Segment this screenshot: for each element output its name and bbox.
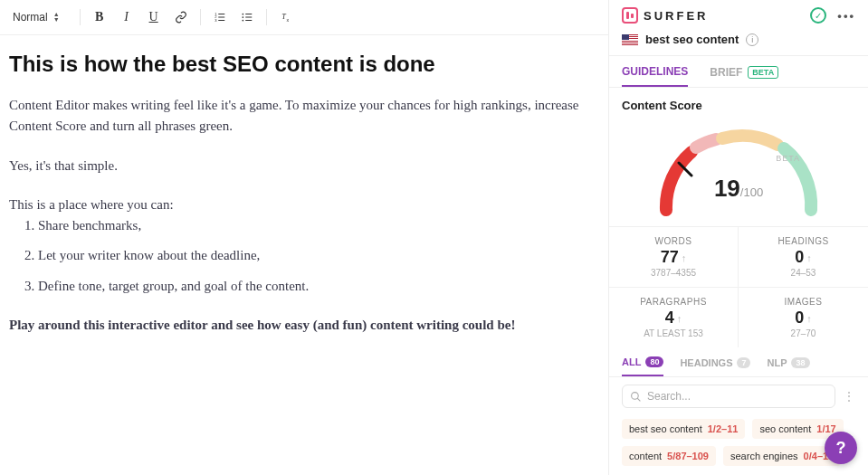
link-button[interactable] (169, 5, 193, 29)
stat-paragraphs: PARAGRAPHS 4↑ AT LEAST 153 (609, 287, 739, 347)
svg-point-5 (242, 20, 243, 22)
status-ok-icon[interactable]: ✓ (810, 7, 826, 24)
score-title: Content Score (622, 99, 855, 112)
count-badge: 7 (737, 357, 750, 368)
paragraph[interactable]: This is a place where you can: (9, 195, 599, 215)
term-chip[interactable]: best seo content1/2–11 (622, 419, 745, 439)
paragraph[interactable]: Content Editor makes writing feel like i… (9, 95, 599, 138)
header-actions: ✓ ••• (810, 7, 855, 24)
stat-words: WORDS 77↑ 3787–4355 (609, 226, 739, 287)
search-input[interactable]: Search... (622, 385, 835, 408)
gauge-beta-label: BETA (776, 154, 800, 163)
term-chip[interactable]: content5/87–109 (622, 446, 716, 466)
arrow-up-icon: ↑ (806, 313, 812, 324)
surfer-logo-icon (622, 7, 638, 24)
us-flag-icon (622, 34, 638, 45)
search-placeholder: Search... (647, 390, 691, 403)
arrow-up-icon: ↑ (806, 252, 812, 263)
stats-grid: WORDS 77↑ 3787–4355 HEADINGS 0↑ 24–53 PA… (609, 226, 868, 347)
sidebar: SURFER ✓ ••• best seo content i GUIDELIN… (609, 0, 868, 475)
editor-pane: Normal ▲▼ B I U 123 Tx This is how the b… (0, 0, 609, 475)
brand-name: SURFER (644, 9, 708, 23)
arrow-up-icon: ↑ (677, 313, 682, 324)
separator (266, 9, 267, 25)
sort-button[interactable]: ⋮ (843, 389, 855, 404)
more-menu-button[interactable]: ••• (837, 9, 855, 23)
list-item[interactable]: Let your writer know about the deadline, (38, 245, 599, 266)
bold-button[interactable]: B (88, 5, 111, 29)
svg-text:x: x (286, 17, 289, 23)
list-item[interactable]: Define tone, target group, and goal of t… (38, 276, 599, 297)
paragraph[interactable]: Play around this interactive editor and … (9, 315, 599, 336)
gauge-value: 19/100 (714, 175, 763, 203)
editor-toolbar: Normal ▲▼ B I U 123 Tx (0, 0, 608, 35)
svg-line-10 (637, 398, 640, 401)
stat-headings: HEADINGS 0↑ 24–53 (739, 226, 868, 287)
document-title[interactable]: This is how the best SEO content is done (9, 52, 599, 77)
svg-point-3 (242, 14, 243, 15)
clear-formatting-button[interactable]: Tx (274, 5, 298, 29)
svg-point-9 (632, 392, 639, 399)
svg-text:3: 3 (215, 18, 217, 23)
ordered-list-button[interactable]: 123 (208, 5, 232, 29)
sidebar-header: SURFER ✓ ••• (609, 0, 868, 27)
paragraph[interactable]: Yes, it's that simple. (9, 156, 599, 176)
count-badge: 38 (791, 357, 809, 368)
separator (80, 9, 81, 25)
ordered-list[interactable]: Share benchmarks, Let your writer know a… (38, 215, 599, 297)
link-icon (175, 11, 187, 24)
brand: SURFER (622, 7, 708, 24)
italic-button[interactable]: I (115, 5, 138, 29)
arrow-up-icon: ↑ (682, 252, 687, 263)
underline-button[interactable]: U (142, 5, 166, 29)
info-icon[interactable]: i (746, 33, 758, 46)
term-search-row: Search... ⋮ (609, 377, 868, 415)
term-tab-all[interactable]: ALL 80 (622, 356, 663, 376)
ordered-list-icon: 123 (214, 11, 226, 24)
unordered-list-button[interactable] (235, 5, 259, 29)
unordered-list-icon (241, 11, 253, 24)
list-item[interactable]: Share benchmarks, (38, 215, 599, 236)
style-select-label: Normal (13, 11, 48, 24)
main-tabs: GUIDELINES BRIEF BETA (609, 56, 868, 88)
svg-point-4 (242, 16, 243, 18)
term-tab-nlp[interactable]: NLP 38 (767, 357, 809, 375)
chevron-updown-icon: ▲▼ (53, 12, 60, 23)
editor-content[interactable]: This is how the best SEO content is done… (0, 35, 608, 370)
count-badge: 80 (645, 356, 663, 367)
search-icon (630, 391, 642, 403)
clear-format-icon: Tx (280, 11, 292, 24)
term-chip[interactable]: search engines0/4–11 (723, 446, 841, 466)
term-tabs: ALL 80 HEADINGS 7 NLP 38 (609, 347, 868, 377)
help-button[interactable]: ? (825, 432, 857, 464)
content-score-section: Content Score BETA 19/100 (609, 88, 868, 226)
tab-guidelines[interactable]: GUIDELINES (622, 65, 688, 87)
keyword-row: best seo content i (609, 27, 868, 56)
tab-brief[interactable]: BRIEF BETA (710, 65, 778, 87)
beta-badge: BETA (748, 66, 778, 79)
term-tab-headings[interactable]: HEADINGS 7 (680, 357, 750, 375)
score-gauge: BETA 19/100 (648, 119, 829, 219)
paragraph-style-select[interactable]: Normal ▲▼ (7, 9, 65, 25)
target-keyword: best seo content (645, 33, 739, 46)
separator (200, 9, 201, 25)
stat-images: IMAGES 0↑ 27–70 (739, 287, 868, 347)
